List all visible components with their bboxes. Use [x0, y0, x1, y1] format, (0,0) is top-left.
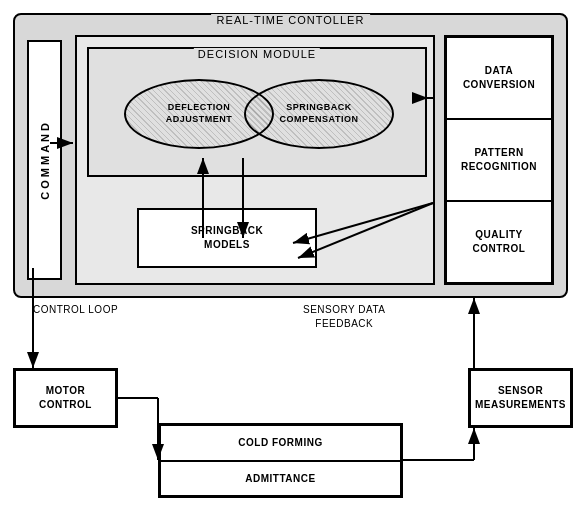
forming-box: COLD FORMING ADMITTANCE — [158, 423, 403, 498]
decision-label: DECISION MODULE — [194, 48, 320, 60]
command-label: COMMAND — [39, 120, 51, 200]
inner-area: DECISION MODULE DEFLECTION ADJUSTMENT SP… — [75, 35, 435, 285]
decision-box: DECISION MODULE DEFLECTION ADJUSTMENT SP… — [87, 47, 427, 177]
cold-forming-label: COLD FORMING — [161, 426, 400, 462]
pattern-recognition-item: PATTERN RECOGNITION — [447, 120, 551, 202]
deflection-ellipse: DEFLECTION ADJUSTMENT — [124, 79, 274, 149]
control-loop-label: CONTROL LOOP — [33, 303, 118, 317]
command-box: COMMAND — [27, 40, 62, 280]
right-panel: DATA CONVERSION PATTERN RECOGNITION QUAL… — [444, 35, 554, 285]
rtc-box: REAL-TIME CONTOLLER COMMAND DECISION MOD… — [13, 13, 568, 298]
data-conversion-item: DATA CONVERSION — [447, 38, 551, 120]
admittance-label: ADMITTANCE — [161, 462, 400, 496]
ellipses-container: DEFLECTION ADJUSTMENT SPRINGBACK COMPENS… — [109, 69, 409, 164]
sensor-measurements-box: SENSOR MEASUREMENTS — [468, 368, 573, 428]
springback-models-box: SPRINGBACK MODELS — [137, 208, 317, 268]
rtc-label: REAL-TIME CONTOLLER — [211, 14, 371, 26]
sensory-data-label: SENSORY DATA FEEDBACK — [303, 303, 386, 331]
motor-control-box: MOTOR CONTROL — [13, 368, 118, 428]
quality-control-item: QUALITY CONTROL — [447, 202, 551, 282]
